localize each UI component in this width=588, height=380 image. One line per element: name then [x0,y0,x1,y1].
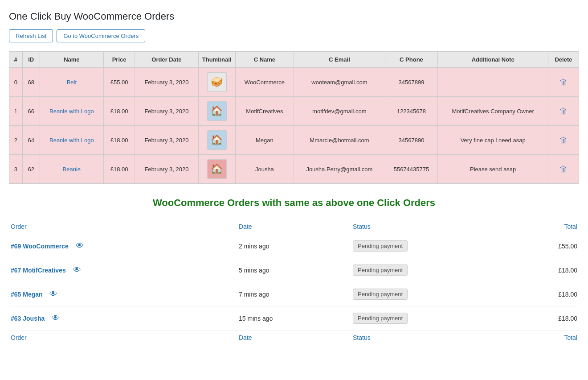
goto-woo-button[interactable]: Go to WooCommerce Orders [57,29,145,42]
product-link[interactable]: Beanie with Logo [49,137,94,144]
cell-name[interactable]: Beanie with Logo [40,97,104,126]
orders-table: #IDNamePriceOrder DateThumbnailC NameC E… [9,51,579,184]
woo-order-date: 7 mins ago [237,282,351,306]
cell-cname: Megan [235,126,294,155]
woo-order-status: Pending payment [351,282,465,306]
cell-thumbnail: 🥪 [198,68,235,97]
view-order-icon[interactable]: 👁 [49,289,57,298]
woo-order-total: £55.00 [465,234,579,258]
thumbnail-image: 🏠 [207,101,227,121]
footer-col-total: Total [465,330,579,345]
woo-order-total: £18.00 [465,282,579,306]
cell-name[interactable]: Beanie with Logo [40,126,104,155]
cell-order-date: February 3, 2020 [135,155,199,184]
woo-order-name[interactable]: #65 Megan 👁 [9,282,237,306]
woo-table-footer: Order Date Status Total [9,330,579,345]
woo-order-status: Pending payment [351,306,465,330]
woo-order-date: 5 mins ago [237,258,351,282]
woo-order-total: £18.00 [465,306,579,330]
table-row: 2 64 Beanie with Logo £18.00 February 3,… [9,126,579,155]
woo-order-row: #65 Megan 👁 7 mins ago Pending payment £… [9,282,579,306]
table-header-cell: # [9,52,23,68]
view-order-icon[interactable]: 👁 [52,314,60,322]
woo-order-id-label[interactable]: #63 Jousha [11,315,45,322]
cell-cemail: Mmarcle@hotmail.com [294,126,385,155]
footer-col-date: Date [237,330,351,345]
table-header-cell: Name [40,52,104,68]
cell-delete[interactable]: 🗑 [548,97,579,126]
cell-thumbnail: 🏠 [198,155,235,184]
cell-id: 66 [22,97,40,126]
cell-name[interactable]: Beanie [40,155,104,184]
woo-order-id-label[interactable]: #67 MotifCreatives [11,267,66,274]
cell-price: £55.00 [104,68,135,97]
col-order: Order [9,219,237,234]
thumbnail-image: 🏠 [207,130,227,150]
product-link[interactable]: Belt [67,79,77,86]
woo-order-name[interactable]: #69 WooCommerce 👁 [9,234,237,258]
footer-col-order: Order [9,330,237,345]
status-badge: Pending payment [353,240,408,252]
thumbnail-image: 🏠 [207,159,227,179]
woo-order-date: 15 mins ago [237,306,351,330]
status-badge: Pending payment [353,289,408,300]
table-header-cell: Order Date [135,52,199,68]
view-order-icon[interactable]: 👁 [73,265,81,274]
cell-note: MotifCreatives Company Owner [438,97,548,126]
orders-body: 0 68 Belt £55.00 February 3, 2020 🥪 WooC… [9,68,579,184]
cell-delete[interactable]: 🗑 [548,68,579,97]
cell-id: 68 [22,68,40,97]
view-order-icon[interactable]: 👁 [76,241,84,250]
woo-order-name[interactable]: #63 Jousha 👁 [9,306,237,330]
product-link[interactable]: Beanie [63,166,81,173]
table-header-cell: Price [104,52,135,68]
table-header-cell: ID [22,52,40,68]
table-row: 0 68 Belt £55.00 February 3, 2020 🥪 WooC… [9,68,579,97]
cell-cphone: 55674435775 [385,155,438,184]
col-date: Date [237,219,351,234]
status-badge: Pending payment [353,313,408,324]
refresh-button[interactable]: Refresh List [9,29,53,42]
cell-delete[interactable]: 🗑 [548,126,579,155]
cell-id: 64 [22,126,40,155]
woo-order-status: Pending payment [351,234,465,258]
cell-thumbnail: 🏠 [198,97,235,126]
cell-delete[interactable]: 🗑 [548,155,579,184]
woo-table-header: Order Date Status Total [9,219,579,234]
cell-thumbnail: 🏠 [198,126,235,155]
cell-order-date: February 3, 2020 [135,97,199,126]
delete-button[interactable]: 🗑 [559,165,568,174]
toolbar: Refresh List Go to WooCommerce Orders [9,29,579,42]
delete-button[interactable]: 🗑 [559,136,568,145]
woo-order-id-label[interactable]: #65 Megan [11,291,43,298]
woo-order-status: Pending payment [351,258,465,282]
cell-cemail: Jousha.Perry@gmail.com [294,155,385,184]
cell-cphone: 34567899 [385,68,438,97]
cell-name[interactable]: Belt [40,68,104,97]
delete-button[interactable]: 🗑 [559,107,568,116]
table-header-cell: Additional Note [438,52,548,68]
product-link[interactable]: Beanie with Logo [49,108,94,115]
cell-order-date: February 3, 2020 [135,68,199,97]
table-row: 1 66 Beanie with Logo £18.00 February 3,… [9,97,579,126]
delete-button[interactable]: 🗑 [559,78,568,87]
woo-order-name[interactable]: #67 MotifCreatives 👁 [9,258,237,282]
cell-cname: MotifCreatives [235,97,294,126]
woo-order-row: #63 Jousha 👁 15 mins ago Pending payment… [9,306,579,330]
thumbnail-image: 🥪 [207,72,227,92]
cell-index: 2 [9,126,23,155]
cell-cemail: wooteam@gmail.com [294,68,385,97]
cell-cphone: 122345678 [385,97,438,126]
table-header: #IDNamePriceOrder DateThumbnailC NameC E… [9,52,579,68]
cell-id: 62 [22,155,40,184]
col-status: Status [351,219,465,234]
cell-cphone: 34567890 [385,126,438,155]
woo-order-id-label[interactable]: #69 WooCommerce [11,243,69,250]
status-badge: Pending payment [353,264,408,276]
cell-note: Please send asap [438,155,548,184]
cell-index: 1 [9,97,23,126]
woo-orders-table: Order Date Status Total #69 WooCommerce … [9,219,579,345]
page-title: One Click Buy WooCommerce Orders [9,11,579,22]
cell-cemail: motifdev@gmail.com [294,97,385,126]
cell-price: £18.00 [104,97,135,126]
